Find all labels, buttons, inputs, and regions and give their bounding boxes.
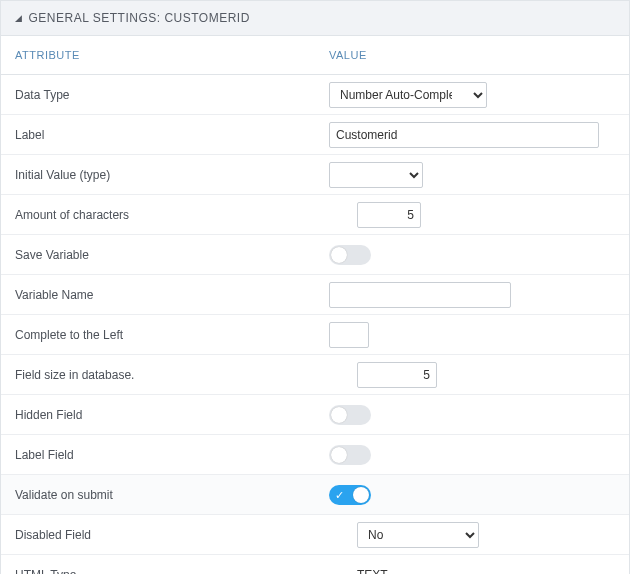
row-initial-value: Initial Value (type) [1, 155, 629, 195]
columns-header: ATTRIBUTE VALUE [1, 36, 629, 75]
label-variable-name: Variable Name [1, 278, 315, 312]
row-label: Label [1, 115, 629, 155]
input-complete-left[interactable] [329, 322, 369, 348]
input-variable-name[interactable] [329, 282, 511, 308]
input-label[interactable] [329, 122, 599, 148]
label-label: Label [1, 118, 315, 152]
label-initial-value: Initial Value (type) [1, 158, 315, 192]
input-field-size[interactable] [357, 362, 437, 388]
row-disabled-field: Disabled Field No [1, 515, 629, 555]
label-disabled-field: Disabled Field [1, 518, 315, 552]
row-validate-submit: Validate on submit ✓ [1, 475, 629, 515]
panel-title: GENERAL SETTINGS: CUSTOMERID [29, 11, 250, 25]
label-label-field: Label Field [1, 438, 315, 472]
row-save-variable: Save Variable [1, 235, 629, 275]
select-initial-value[interactable] [329, 162, 423, 188]
row-label-field: Label Field [1, 435, 629, 475]
label-validate-submit: Validate on submit [1, 478, 315, 512]
collapse-icon: ◢ [15, 13, 23, 23]
row-amount-chars: Amount of characters [1, 195, 629, 235]
toggle-save-variable[interactable] [329, 245, 371, 265]
general-settings-panel: ◢ GENERAL SETTINGS: CUSTOMERID ATTRIBUTE… [0, 0, 630, 574]
label-html-type: HTML Type [1, 558, 315, 575]
row-field-size: Field size in database. [1, 355, 629, 395]
value-html-type: TEXT [357, 568, 388, 575]
toggle-hidden-field[interactable] [329, 405, 371, 425]
row-data-type: Data Type Number Auto-Complete [1, 75, 629, 115]
row-variable-name: Variable Name [1, 275, 629, 315]
input-amount-chars[interactable] [357, 202, 421, 228]
panel-header[interactable]: ◢ GENERAL SETTINGS: CUSTOMERID [1, 1, 629, 36]
select-data-type[interactable]: Number Auto-Complete [329, 82, 487, 108]
col-header-attribute: ATTRIBUTE [1, 36, 315, 74]
label-data-type: Data Type [1, 78, 315, 112]
row-hidden-field: Hidden Field [1, 395, 629, 435]
label-field-size: Field size in database. [1, 358, 315, 392]
label-hidden-field: Hidden Field [1, 398, 315, 432]
toggle-label-field[interactable] [329, 445, 371, 465]
row-complete-left: Complete to the Left [1, 315, 629, 355]
label-amount-chars: Amount of characters [1, 198, 315, 232]
toggle-validate-submit[interactable]: ✓ [329, 485, 371, 505]
select-disabled-field[interactable]: No [357, 522, 479, 548]
label-complete-left: Complete to the Left [1, 318, 315, 352]
label-save-variable: Save Variable [1, 238, 315, 272]
row-html-type: HTML Type TEXT [1, 555, 629, 574]
col-header-value: VALUE [315, 36, 629, 74]
